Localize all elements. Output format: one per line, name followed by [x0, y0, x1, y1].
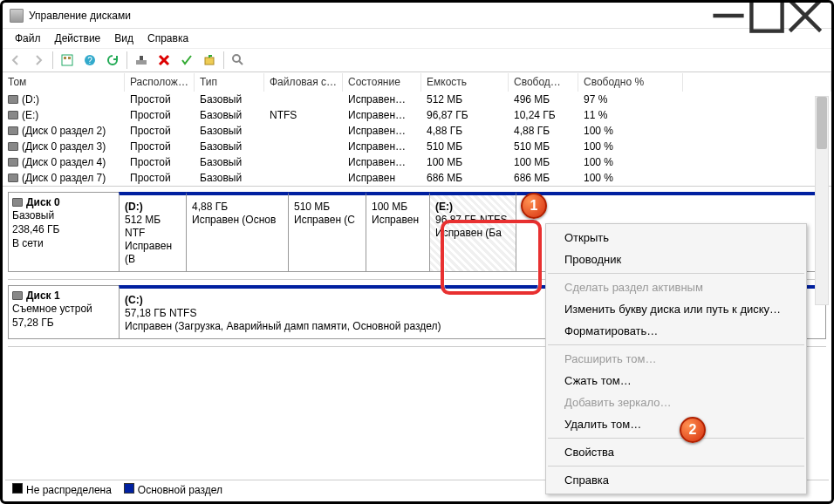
menu-view[interactable]: Вид	[107, 31, 140, 46]
menu-explorer[interactable]: Проводник	[547, 249, 805, 270]
help-icon[interactable]: ?	[79, 50, 100, 71]
maximize-button[interactable]	[748, 3, 786, 29]
svg-rect-1	[751, 0, 782, 31]
svg-rect-4	[62, 55, 72, 65]
partition-2[interactable]: 4,88 ГБ Исправен (Основ	[186, 192, 289, 272]
table-row[interactable]: (Диск 0 раздел 7)ПростойБазовыйИсправен6…	[3, 170, 831, 186]
col-capacity[interactable]: Емкость	[421, 73, 509, 92]
svg-rect-5	[64, 57, 66, 59]
volume-icon	[8, 126, 18, 135]
badge-1: 1	[521, 193, 547, 219]
volume-icon[interactable]	[199, 50, 220, 71]
menu-action[interactable]: Действие	[48, 31, 108, 46]
menu-help[interactable]: Справка	[140, 31, 195, 46]
svg-rect-9	[136, 60, 147, 65]
partition-e[interactable]: (E:) 96,87 ГБ NTFS Исправен (Ба	[429, 192, 516, 272]
menu-props[interactable]: Свойства	[547, 441, 805, 463]
table-row[interactable]: (D:)ПростойБазовыйИсправен…512 МБ496 МБ9…	[3, 92, 831, 107]
menu-open[interactable]: Открыть	[547, 227, 805, 249]
volume-icon	[8, 158, 18, 167]
col-type[interactable]: Тип	[195, 73, 264, 92]
disk-icon	[12, 198, 23, 207]
svg-rect-13	[205, 58, 214, 65]
swatch-primary	[124, 483, 134, 494]
close-button[interactable]	[786, 3, 824, 29]
volume-icon	[8, 142, 18, 151]
svg-point-14	[233, 55, 240, 62]
partition-d[interactable]: (D:) 512 МБ NTF Исправен (B	[119, 192, 187, 272]
minimize-button[interactable]	[709, 3, 748, 29]
wizard-icon[interactable]	[131, 50, 152, 71]
refresh-icon[interactable]	[102, 50, 123, 71]
context-menu: Открыть Проводник Сделать раздел активны…	[545, 223, 807, 494]
titlebar: Управление дисками	[3, 3, 831, 29]
partition-3[interactable]: 510 МБ Исправен (С	[288, 192, 366, 272]
svg-line-15	[239, 61, 243, 65]
forward-icon	[28, 50, 49, 71]
svg-rect-6	[68, 57, 71, 59]
window-title: Управление дисками	[29, 10, 709, 22]
disk-info-1[interactable]: Диск 1 Съемное устрой 57,28 ГБ	[8, 285, 120, 339]
col-layout[interactable]: Располож…	[125, 73, 195, 92]
menu-active: Сделать раздел активным	[547, 276, 805, 298]
menu-file[interactable]: Файл	[8, 31, 48, 46]
disk-info-0[interactable]: Диск 0 Базовый 238,46 ГБ В сети	[8, 192, 120, 272]
menubar: Файл Действие Вид Справка	[3, 29, 831, 48]
menu-help[interactable]: Справка	[547, 469, 805, 491]
scrollbar[interactable]	[815, 96, 829, 305]
table-row[interactable]: (E:)ПростойБазовыйNTFSИсправен…96,87 ГБ1…	[3, 107, 831, 123]
table-row[interactable]: (Диск 0 раздел 3)ПростойБазовыйИсправен……	[3, 139, 831, 154]
col-status[interactable]: Состояние	[343, 73, 421, 92]
svg-text:?: ?	[87, 56, 92, 65]
back-icon	[5, 50, 26, 71]
menu-shrink[interactable]: Сжать том…	[547, 370, 805, 392]
badge-2: 2	[680, 417, 706, 443]
col-fs[interactable]: Файловая с…	[264, 73, 343, 92]
toolbar: ?	[3, 48, 831, 72]
svg-rect-10	[140, 56, 143, 60]
volume-icon	[8, 174, 18, 182]
disk-icon	[12, 291, 23, 300]
table-row[interactable]: (Диск 0 раздел 2)ПростойБазовыйИсправен……	[3, 123, 831, 139]
menu-extend: Расширить том…	[547, 348, 805, 370]
column-headers: Том Располож… Тип Файловая с… Состояние …	[3, 72, 831, 92]
delete-icon[interactable]	[154, 50, 174, 71]
col-freepct[interactable]: Свободно %	[578, 73, 683, 92]
volume-icon	[8, 95, 18, 104]
menu-letter[interactable]: Изменить букву диска или путь к диску…	[547, 298, 805, 320]
settings-icon[interactable]	[57, 50, 78, 71]
props-icon[interactable]	[228, 50, 249, 71]
swatch-unallocated	[12, 483, 23, 494]
col-volume[interactable]: Том	[3, 73, 125, 92]
table-row[interactable]: (Диск 0 раздел 4)ПростойБазовыйИсправен……	[3, 154, 831, 170]
menu-format[interactable]: Форматировать…	[547, 320, 805, 342]
menu-delete[interactable]: Удалить том…	[547, 413, 805, 435]
col-free[interactable]: Свобод…	[509, 73, 578, 92]
app-icon	[10, 9, 24, 23]
partition-4[interactable]: 100 МБ Исправен	[366, 192, 430, 272]
volume-icon	[8, 111, 18, 119]
menu-mirror: Добавить зеркало…	[547, 392, 805, 413]
check-icon[interactable]	[176, 50, 197, 71]
volume-list: Том Располож… Тип Файловая с… Состояние …	[3, 72, 831, 187]
